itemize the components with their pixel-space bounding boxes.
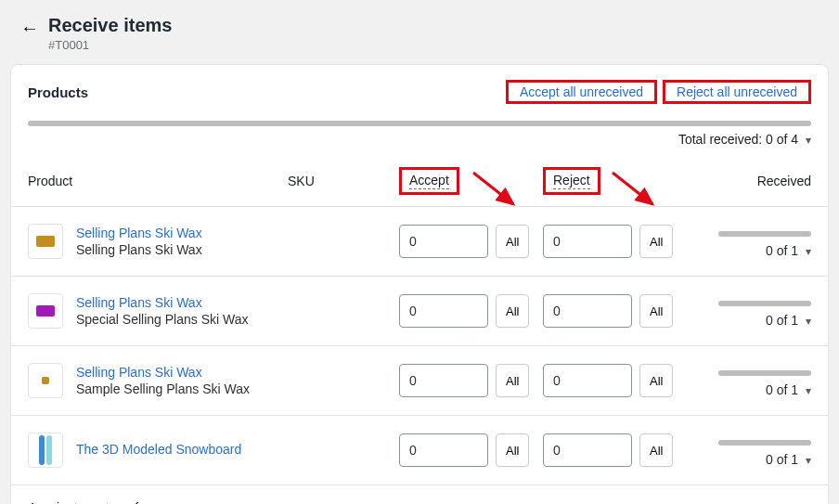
products-card: Products Accept all unreceived Reject al… [11,65,828,504]
chevron-down-icon: ▾ [806,134,811,147]
accept-qty-input[interactable] [399,433,488,467]
reject-qty-input[interactable] [543,364,632,397]
row-received-toggle[interactable]: 0 of 1 ▾ [687,452,811,467]
total-received-toggle[interactable]: Total received: 0 of 4 ▾ [28,126,811,156]
reject-all-row-button[interactable]: All [639,433,673,467]
chevron-down-icon: ▾ [806,245,811,258]
product-thumbnail [28,433,63,468]
accept-all-row-button[interactable]: All [496,225,529,258]
product-link[interactable]: Selling Plans Ski Wax [76,365,250,380]
product-thumbnail [28,293,63,329]
variant-name: Selling Plans Ski Wax [76,242,202,257]
accept-qty-input[interactable] [399,364,488,397]
row-progress-bar [718,440,811,446]
reject-all-row-button[interactable]: All [639,364,673,397]
row-progress-bar [718,370,811,376]
page-title: Receive items [48,15,172,36]
product-link[interactable]: Selling Plans Ski Wax [76,226,202,240]
th-accept: Accept [409,173,449,189]
row-received-toggle[interactable]: 0 of 1 ▾ [687,313,811,328]
received-text: 0 of 1 [766,452,798,467]
accept-all-row-button[interactable]: All [496,294,529,328]
svg-line-1 [613,173,652,204]
accept-all-button[interactable]: Accept all unreceived [514,83,649,101]
th-sku: SKU [288,174,399,188]
table-row: The 3D Modeled Snowboard All All 0 of 1 … [11,416,828,485]
chevron-down-icon: ▾ [806,315,811,328]
table-row: Selling Plans Ski Wax Special Selling Pl… [11,277,828,346]
product-link[interactable]: Selling Plans Ski Wax [76,295,248,310]
table-row: Selling Plans Ski Wax Sample Selling Pla… [11,346,828,416]
card-title: Products [28,84,88,100]
chevron-down-icon: ▾ [806,384,811,397]
chevron-down-icon: ▾ [806,454,811,467]
received-text: 0 of 1 [766,313,798,328]
th-reject: Reject [553,173,590,189]
accept-qty-input[interactable] [399,225,488,258]
variant-name: Sample Selling Plans Ski Wax [76,381,250,396]
th-received: Received [687,174,811,188]
received-text: 0 of 1 [766,382,798,397]
reject-all-row-button[interactable]: All [639,294,673,328]
card-footer: 4 variants on transfer [11,485,828,504]
product-thumbnail [28,224,63,259]
reject-all-button[interactable]: Reject all unreceived [671,83,803,101]
received-text: 0 of 1 [766,243,798,258]
reject-qty-input[interactable] [543,225,632,258]
th-product: Product [28,174,288,188]
accept-all-row-button[interactable]: All [496,433,529,467]
row-received-toggle[interactable]: 0 of 1 ▾ [687,243,811,258]
row-received-toggle[interactable]: 0 of 1 ▾ [687,382,811,397]
product-link[interactable]: The 3D Modeled Snowboard [76,442,241,457]
reject-all-row-button[interactable]: All [639,225,673,258]
table-row: Selling Plans Ski Wax Selling Plans Ski … [11,207,828,277]
accept-all-row-button[interactable]: All [496,364,529,397]
accept-qty-input[interactable] [399,294,488,328]
order-id: #T0001 [48,38,172,52]
svg-line-0 [473,173,513,204]
total-received-text: Total received: 0 of 4 [678,132,798,147]
product-thumbnail [28,363,63,398]
row-progress-bar [718,231,811,237]
row-progress-bar [718,301,811,306]
back-arrow-icon[interactable]: ← [20,15,39,37]
reject-qty-input[interactable] [543,294,632,328]
reject-qty-input[interactable] [543,433,632,467]
variant-name: Special Selling Plans Ski Wax [76,312,248,327]
